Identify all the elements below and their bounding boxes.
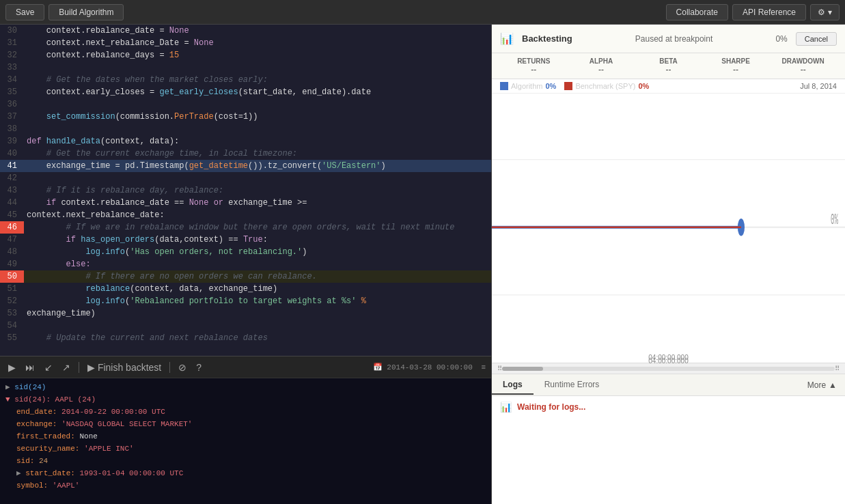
code-line: 33 bbox=[0, 61, 491, 74]
code-line: 54 bbox=[0, 320, 491, 332]
chart-svg: 0% bbox=[492, 94, 845, 363]
line-content: context.next_rebalance_Date = None bbox=[24, 37, 491, 49]
line-content: exchange_time = pd.Timestamp(get_datetim… bbox=[24, 160, 491, 172]
line-content bbox=[24, 172, 491, 184]
debug-info-button[interactable]: ⊘ bbox=[176, 361, 189, 374]
line-number: 44 bbox=[0, 197, 24, 209]
api-reference-button[interactable]: API Reference bbox=[732, 4, 806, 20]
stat-col: BETA-- bbox=[635, 57, 702, 74]
menu-icon: ≡ bbox=[481, 363, 486, 372]
code-area[interactable]: 30 context.rebalance_date = None31 conte… bbox=[0, 25, 491, 356]
chart-date: Jul 8, 2014 bbox=[800, 82, 837, 90]
chevron-down-icon: ▾ bbox=[828, 8, 832, 17]
settings-button[interactable]: ⚙ ▾ bbox=[810, 4, 840, 20]
right-panel: 📊 Backtesting Paused at breakpoint 0% Ca… bbox=[492, 25, 845, 504]
scrollbar-thumb[interactable] bbox=[502, 367, 543, 371]
waiting-text: Waiting for logs... bbox=[517, 402, 585, 412]
line-number: 35 bbox=[0, 86, 24, 98]
line-content: def handle_data(context, data): bbox=[24, 135, 491, 148]
code-line: 31 context.next_rebalance_Date = None bbox=[0, 37, 491, 49]
legend-benchmark: Benchmark (SPY) 0% bbox=[564, 82, 649, 90]
code-line: 41 exchange_time = pd.Timestamp(get_date… bbox=[0, 160, 491, 172]
code-line: 34 # Get the dates when the market close… bbox=[0, 74, 491, 86]
tab-runtime-errors[interactable]: Runtime Errors bbox=[534, 376, 611, 395]
line-content: # If there are no open orders we can reb… bbox=[24, 270, 491, 283]
log-waiting-message: 📊 Waiting for logs... bbox=[500, 402, 837, 412]
debug-play-button[interactable]: ▶ bbox=[5, 361, 18, 374]
stat-value: -- bbox=[500, 65, 568, 74]
debug-finish-backtest-button[interactable]: ▶ Finish backtest bbox=[85, 361, 164, 374]
line-number: 36 bbox=[0, 98, 24, 111]
toolbar: Save Build Algorithm Collaborate API Ref… bbox=[0, 0, 845, 25]
line-content: context.rebalance_date = None bbox=[24, 25, 491, 37]
line-number: 42 bbox=[0, 172, 24, 184]
console-line: end_date: 2014-09-22 00:00:00 UTC bbox=[5, 406, 486, 418]
benchmark-pct: 0% bbox=[638, 82, 649, 90]
line-number: 47 bbox=[0, 234, 24, 246]
tab-logs[interactable]: Logs bbox=[492, 376, 534, 395]
code-line: 55 # Update the current and next rebalan… bbox=[0, 332, 491, 344]
calendar-icon: 📅 bbox=[373, 363, 383, 372]
backtesting-title: Backtesting bbox=[522, 33, 572, 44]
code-line: 32 context.rebalance_days = 15 bbox=[0, 49, 491, 61]
log-icon: 📊 bbox=[500, 402, 512, 412]
code-line: 38 bbox=[0, 123, 491, 135]
stat-value: -- bbox=[635, 65, 702, 74]
stat-col: SHARPE-- bbox=[702, 57, 770, 74]
line-content: log.info('Rebalanced portfolio to target… bbox=[24, 295, 491, 307]
line-content: # Get the dates when the market closes e… bbox=[24, 74, 491, 86]
backtesting-percent: 0% bbox=[775, 34, 787, 44]
chart-scrollbar[interactable]: ⠿ 04:00:00.000 ⠿ bbox=[492, 363, 845, 374]
line-content bbox=[24, 61, 491, 74]
line-number: 40 bbox=[0, 148, 24, 160]
scroll-right-handle[interactable]: ⠿ bbox=[835, 365, 840, 373]
algo-color-box bbox=[500, 82, 508, 90]
stat-label: ALPHA bbox=[568, 57, 635, 65]
debug-console[interactable]: ▶ sid(24)▼ sid(24): AAPL (24)end_date: 2… bbox=[0, 378, 491, 504]
scroll-left-handle[interactable]: ⠿ bbox=[497, 365, 502, 373]
code-line: 53exchange_time) bbox=[0, 307, 491, 320]
logs-section: Logs Runtime Errors More ▲ 📊 Waiting for… bbox=[492, 374, 845, 504]
debug-step-out-button[interactable]: ↗ bbox=[59, 361, 73, 374]
scrollbar-track[interactable]: 04:00:00.000 bbox=[502, 367, 835, 371]
line-number: 33 bbox=[0, 61, 24, 74]
line-content: context.next_rebalance_date: bbox=[24, 209, 491, 221]
line-number: 31 bbox=[0, 37, 24, 49]
code-line: 37 set_commission(commission.PerTrade(co… bbox=[0, 111, 491, 123]
logs-more-button[interactable]: More ▲ bbox=[799, 378, 845, 393]
line-content: # If it is rebalance day, rebalance: bbox=[24, 184, 491, 197]
code-line: 50 # If there are no open orders we can … bbox=[0, 270, 491, 283]
code-line: 48 log.info('Has open orders, not rebala… bbox=[0, 246, 491, 258]
stat-col: DRAWDOWN-- bbox=[769, 57, 837, 74]
debug-separator2 bbox=[169, 362, 170, 373]
stat-label: SHARPE bbox=[702, 57, 770, 65]
collaborate-button[interactable]: Collaborate bbox=[666, 4, 728, 20]
code-line: 36 bbox=[0, 98, 491, 111]
line-number: 37 bbox=[0, 111, 24, 123]
line-number: 50 bbox=[0, 270, 24, 283]
line-content: # Update the current and next rebalance … bbox=[24, 332, 491, 344]
debug-step-into-button[interactable]: ↙ bbox=[42, 361, 55, 374]
toolbar-right: Collaborate API Reference ⚙ ▾ bbox=[666, 4, 840, 20]
backtesting-header: 📊 Backtesting Paused at breakpoint 0% Ca… bbox=[492, 25, 845, 53]
line-content: if context.rebalance_date == None or exc… bbox=[24, 197, 491, 209]
code-line: 40 # Get the current exchange time, in l… bbox=[0, 148, 491, 160]
code-line: 42 bbox=[0, 172, 491, 184]
console-line: ▶ start_date: 1993-01-04 00:00:00 UTC bbox=[5, 467, 486, 479]
line-content: # Get the current exchange time, in loca… bbox=[24, 148, 491, 160]
debug-help-button[interactable]: ? bbox=[193, 361, 204, 374]
cancel-button[interactable]: Cancel bbox=[796, 32, 837, 46]
line-number: 55 bbox=[0, 332, 24, 344]
backtesting-status: Paused at breakpoint bbox=[581, 34, 768, 44]
line-content: exchange_time) bbox=[24, 307, 491, 320]
debug-separator bbox=[79, 362, 79, 373]
build-algorithm-button[interactable]: Build Algorithm bbox=[49, 4, 124, 20]
code-editor-panel: 30 context.rebalance_date = None31 conte… bbox=[0, 25, 492, 504]
save-button[interactable]: Save bbox=[5, 4, 44, 20]
debug-step-over-button[interactable]: ⏭ bbox=[23, 361, 38, 374]
line-number: 41 bbox=[0, 160, 24, 172]
svg-text:0%: 0% bbox=[831, 211, 838, 228]
debug-datetime: 📅 2014-03-28 00:00:00 ≡ bbox=[373, 363, 486, 372]
line-number: 45 bbox=[0, 209, 24, 221]
console-line: sid: 24 bbox=[5, 455, 486, 467]
